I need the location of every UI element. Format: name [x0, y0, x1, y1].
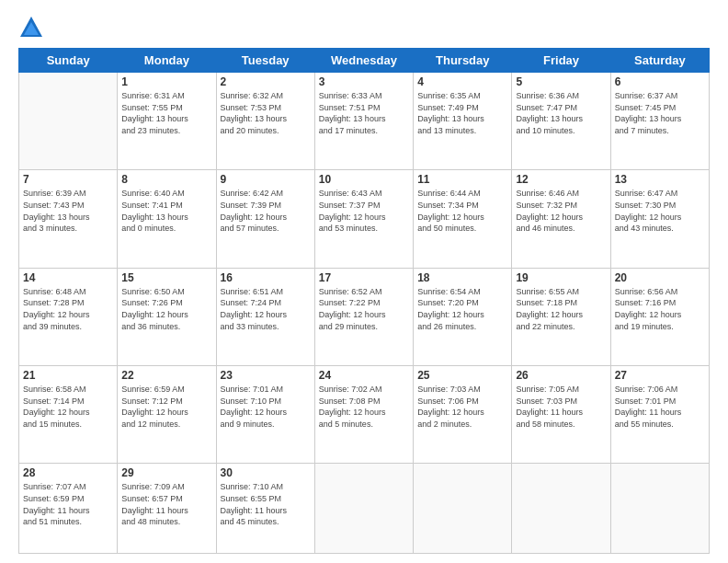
- week-row-1: 1Sunrise: 6:31 AM Sunset: 7:55 PM Daylig…: [19, 73, 710, 170]
- day-number: 9: [221, 173, 311, 186]
- day-number: 5: [516, 75, 606, 88]
- calendar-cell: 12Sunrise: 6:46 AM Sunset: 7:32 PM Dayli…: [512, 170, 610, 268]
- calendar-cell: 16Sunrise: 6:51 AM Sunset: 7:24 PM Dayli…: [216, 268, 314, 365]
- day-number: 19: [516, 271, 606, 284]
- day-header-monday: Monday: [118, 49, 216, 73]
- day-info: Sunrise: 6:35 AM Sunset: 7:49 PM Dayligh…: [417, 90, 507, 136]
- calendar-cell: 5Sunrise: 6:36 AM Sunset: 7:47 PM Daylig…: [512, 73, 610, 170]
- logo: [18, 17, 48, 42]
- calendar-cell: 1Sunrise: 6:31 AM Sunset: 7:55 PM Daylig…: [118, 73, 216, 170]
- calendar-cell: 11Sunrise: 6:44 AM Sunset: 7:34 PM Dayli…: [414, 170, 512, 268]
- day-info: Sunrise: 6:43 AM Sunset: 7:37 PM Dayligh…: [319, 188, 409, 234]
- calendar-cell: 30Sunrise: 7:10 AM Sunset: 6:55 PM Dayli…: [216, 464, 314, 554]
- calendar-cell: [314, 464, 413, 554]
- day-number: 6: [615, 75, 705, 88]
- day-header-thursday: Thursday: [414, 49, 512, 73]
- day-info: Sunrise: 7:09 AM Sunset: 6:57 PM Dayligh…: [121, 481, 211, 527]
- week-row-4: 21Sunrise: 6:58 AM Sunset: 7:14 PM Dayli…: [19, 366, 710, 464]
- day-number: 26: [516, 369, 606, 382]
- day-info: Sunrise: 6:48 AM Sunset: 7:28 PM Dayligh…: [23, 286, 113, 332]
- calendar-cell: 3Sunrise: 6:33 AM Sunset: 7:51 PM Daylig…: [314, 73, 413, 170]
- day-number: 17: [319, 271, 409, 284]
- calendar-cell: 2Sunrise: 6:32 AM Sunset: 7:53 PM Daylig…: [216, 73, 314, 170]
- week-row-2: 7Sunrise: 6:39 AM Sunset: 7:43 PM Daylig…: [19, 170, 710, 268]
- calendar-cell: 29Sunrise: 7:09 AM Sunset: 6:57 PM Dayli…: [118, 464, 216, 554]
- day-info: Sunrise: 7:05 AM Sunset: 7:03 PM Dayligh…: [516, 384, 606, 430]
- calendar-cell: [610, 464, 709, 554]
- day-number: 11: [417, 173, 507, 186]
- page: SundayMondayTuesdayWednesdayThursdayFrid…: [0, 0, 728, 563]
- calendar-cell: 8Sunrise: 6:40 AM Sunset: 7:41 PM Daylig…: [118, 170, 216, 268]
- day-info: Sunrise: 6:59 AM Sunset: 7:12 PM Dayligh…: [121, 384, 211, 430]
- day-info: Sunrise: 6:56 AM Sunset: 7:16 PM Dayligh…: [615, 286, 705, 332]
- calendar-cell: 23Sunrise: 7:01 AM Sunset: 7:10 PM Dayli…: [216, 366, 314, 464]
- calendar-cell: 28Sunrise: 7:07 AM Sunset: 6:59 PM Dayli…: [19, 464, 118, 554]
- day-number: 12: [516, 173, 606, 186]
- day-number: 16: [221, 271, 311, 284]
- day-info: Sunrise: 7:10 AM Sunset: 6:55 PM Dayligh…: [221, 481, 311, 527]
- calendar-cell: 21Sunrise: 6:58 AM Sunset: 7:14 PM Dayli…: [19, 366, 118, 464]
- day-number: 15: [121, 271, 211, 284]
- day-info: Sunrise: 7:07 AM Sunset: 6:59 PM Dayligh…: [23, 481, 113, 527]
- calendar-cell: [19, 73, 118, 170]
- day-number: 29: [121, 466, 211, 479]
- calendar-cell: 17Sunrise: 6:52 AM Sunset: 7:22 PM Dayli…: [314, 268, 413, 365]
- day-number: 8: [121, 173, 211, 186]
- day-info: Sunrise: 6:46 AM Sunset: 7:32 PM Dayligh…: [516, 188, 606, 234]
- calendar-cell: 19Sunrise: 6:55 AM Sunset: 7:18 PM Dayli…: [512, 268, 610, 365]
- calendar-cell: 26Sunrise: 7:05 AM Sunset: 7:03 PM Dayli…: [512, 366, 610, 464]
- week-row-5: 28Sunrise: 7:07 AM Sunset: 6:59 PM Dayli…: [19, 464, 710, 554]
- calendar-cell: 22Sunrise: 6:59 AM Sunset: 7:12 PM Dayli…: [118, 366, 216, 464]
- calendar-cell: [414, 464, 512, 554]
- day-info: Sunrise: 6:51 AM Sunset: 7:24 PM Dayligh…: [221, 286, 311, 332]
- header: [18, 17, 710, 42]
- day-info: Sunrise: 7:03 AM Sunset: 7:06 PM Dayligh…: [417, 384, 507, 430]
- calendar-cell: 10Sunrise: 6:43 AM Sunset: 7:37 PM Dayli…: [314, 170, 413, 268]
- calendar-cell: 24Sunrise: 7:02 AM Sunset: 7:08 PM Dayli…: [314, 366, 413, 464]
- day-header-sunday: Sunday: [19, 49, 118, 73]
- day-number: 4: [417, 75, 507, 88]
- logo-icon: [18, 15, 44, 40]
- calendar-cell: 9Sunrise: 6:42 AM Sunset: 7:39 PM Daylig…: [216, 170, 314, 268]
- calendar-cell: 20Sunrise: 6:56 AM Sunset: 7:16 PM Dayli…: [610, 268, 709, 365]
- day-info: Sunrise: 6:32 AM Sunset: 7:53 PM Dayligh…: [221, 90, 311, 136]
- day-header-tuesday: Tuesday: [216, 49, 314, 73]
- day-number: 25: [417, 369, 507, 382]
- day-info: Sunrise: 6:47 AM Sunset: 7:30 PM Dayligh…: [615, 188, 705, 234]
- day-number: 22: [121, 369, 211, 382]
- day-number: 7: [23, 173, 113, 186]
- calendar-cell: 18Sunrise: 6:54 AM Sunset: 7:20 PM Dayli…: [414, 268, 512, 365]
- day-header-wednesday: Wednesday: [314, 49, 413, 73]
- day-number: 13: [615, 173, 705, 186]
- day-header-friday: Friday: [512, 49, 610, 73]
- day-number: 10: [319, 173, 409, 186]
- day-info: Sunrise: 6:33 AM Sunset: 7:51 PM Dayligh…: [319, 90, 409, 136]
- day-number: 14: [23, 271, 113, 284]
- day-number: 23: [221, 369, 311, 382]
- day-number: 20: [615, 271, 705, 284]
- week-row-3: 14Sunrise: 6:48 AM Sunset: 7:28 PM Dayli…: [19, 268, 710, 365]
- day-info: Sunrise: 6:36 AM Sunset: 7:47 PM Dayligh…: [516, 90, 606, 136]
- day-info: Sunrise: 6:58 AM Sunset: 7:14 PM Dayligh…: [23, 384, 113, 430]
- day-info: Sunrise: 7:01 AM Sunset: 7:10 PM Dayligh…: [221, 384, 311, 430]
- calendar-cell: 15Sunrise: 6:50 AM Sunset: 7:26 PM Dayli…: [118, 268, 216, 365]
- calendar-cell: 27Sunrise: 7:06 AM Sunset: 7:01 PM Dayli…: [610, 366, 709, 464]
- day-number: 2: [221, 75, 311, 88]
- day-info: Sunrise: 6:37 AM Sunset: 7:45 PM Dayligh…: [615, 90, 705, 136]
- day-number: 1: [121, 75, 211, 88]
- day-info: Sunrise: 6:55 AM Sunset: 7:18 PM Dayligh…: [516, 286, 606, 332]
- day-info: Sunrise: 7:06 AM Sunset: 7:01 PM Dayligh…: [615, 384, 705, 430]
- day-info: Sunrise: 7:02 AM Sunset: 7:08 PM Dayligh…: [319, 384, 409, 430]
- day-number: 3: [319, 75, 409, 88]
- day-info: Sunrise: 6:42 AM Sunset: 7:39 PM Dayligh…: [221, 188, 311, 234]
- day-header-saturday: Saturday: [610, 49, 709, 73]
- day-number: 27: [615, 369, 705, 382]
- calendar-table: SundayMondayTuesdayWednesdayThursdayFrid…: [18, 48, 710, 554]
- day-info: Sunrise: 6:40 AM Sunset: 7:41 PM Dayligh…: [121, 188, 211, 234]
- day-info: Sunrise: 6:52 AM Sunset: 7:22 PM Dayligh…: [319, 286, 409, 332]
- calendar-cell: [512, 464, 610, 554]
- day-info: Sunrise: 6:31 AM Sunset: 7:55 PM Dayligh…: [121, 90, 211, 136]
- calendar-cell: 4Sunrise: 6:35 AM Sunset: 7:49 PM Daylig…: [414, 73, 512, 170]
- calendar-cell: 14Sunrise: 6:48 AM Sunset: 7:28 PM Dayli…: [19, 268, 118, 365]
- day-number: 24: [319, 369, 409, 382]
